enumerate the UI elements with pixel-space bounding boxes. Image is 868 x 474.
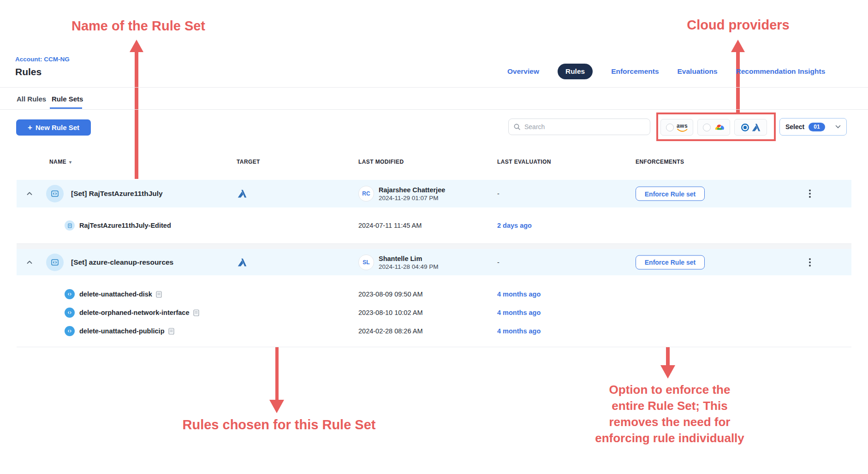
top-navigation: Overview Rules Enforcements Evaluations … bbox=[507, 64, 825, 79]
gcp-icon bbox=[713, 123, 725, 132]
document-icon[interactable] bbox=[168, 328, 174, 335]
rule-set-rules-list: delete-unattached-disk 2023-08-09 09:50 … bbox=[17, 275, 851, 347]
rule-set-name[interactable]: [Set] RajTestAzure11thJuly bbox=[71, 190, 163, 198]
modified-by-name: Shantelle Lim bbox=[379, 255, 422, 262]
search-icon bbox=[513, 123, 521, 130]
rule-set-name[interactable]: [Set] azure-cleanup-resources bbox=[71, 258, 173, 267]
tabs-divider bbox=[0, 109, 868, 110]
rule-row[interactable]: RajTestAzure11thJuly-Edited 2024-07-11 1… bbox=[17, 207, 851, 244]
modified-by-name: Rajarshee Chatterjee bbox=[379, 186, 445, 194]
sort-caret-icon: ▾ bbox=[69, 160, 71, 165]
rule-last-evaluation-link[interactable]: 4 months ago bbox=[497, 290, 541, 298]
rule-last-modified: 2023-08-09 09:50 AM bbox=[358, 290, 422, 298]
annotation-arrow-line-right bbox=[736, 51, 740, 113]
table-header-row: NAME ▾ TARGET LAST MODIFIED LAST EVALUAT… bbox=[17, 159, 851, 170]
annotation-cloud-providers: Cloud providers bbox=[675, 17, 802, 33]
avatar: RC bbox=[358, 186, 374, 201]
kebab-menu-icon[interactable] bbox=[807, 188, 813, 200]
modified-date: 2024-11-28 04:49 PM bbox=[379, 263, 439, 270]
rule-row[interactable]: delete-unattached-disk 2023-08-09 09:50 … bbox=[17, 285, 851, 303]
provider-toggle-gcp[interactable] bbox=[697, 119, 730, 136]
rule-doc-icon bbox=[65, 220, 75, 231]
plus-icon: + bbox=[28, 123, 32, 132]
account-breadcrumb[interactable]: Account: CCM-NG bbox=[15, 56, 70, 63]
rule-icon bbox=[65, 308, 75, 318]
search-input[interactable] bbox=[524, 123, 645, 130]
rule-set-row[interactable]: [Set] RajTestAzure11thJuly RC Rajarshee … bbox=[17, 180, 851, 207]
nav-evaluations[interactable]: Evaluations bbox=[678, 67, 718, 76]
tab-all-rules[interactable]: All Rules bbox=[17, 95, 46, 103]
gcp-radio[interactable] bbox=[703, 124, 711, 131]
aws-radio[interactable] bbox=[666, 124, 674, 131]
annotation-enforce-line-4: enforcing rule individually bbox=[587, 430, 753, 446]
nav-rules[interactable]: Rules bbox=[558, 64, 593, 79]
column-header-last-evaluation: LAST EVALUATION bbox=[497, 159, 551, 165]
annotation-arrow-down-enforce bbox=[660, 365, 675, 379]
screenshot-root: Name of the Rule Set Cloud providers Rul… bbox=[0, 0, 868, 474]
rule-last-evaluation-link[interactable]: 2 days ago bbox=[497, 222, 532, 229]
select-dropdown[interactable]: Select 01 bbox=[779, 118, 847, 136]
provider-toggle-aws[interactable]: aws bbox=[660, 119, 693, 136]
rule-set-row[interactable]: [Set] azure-cleanup-resources SL Shantel… bbox=[17, 249, 851, 275]
nav-overview[interactable]: Overview bbox=[507, 67, 539, 76]
last-evaluation-value: - bbox=[497, 190, 499, 197]
azure-target-icon bbox=[238, 189, 247, 198]
enforce-rule-set-button[interactable]: Enforce Rule set bbox=[636, 255, 705, 269]
group-gap bbox=[17, 244, 851, 249]
avatar: SL bbox=[358, 255, 374, 270]
aws-icon: aws bbox=[677, 123, 688, 132]
rule-name[interactable]: delete-orphaned-network-interface bbox=[79, 309, 199, 316]
kebab-menu-icon[interactable] bbox=[807, 256, 813, 268]
rule-name-label: delete-unattached-publicip bbox=[79, 327, 165, 335]
rule-row[interactable]: delete-unattached-publicip 2024-02-28 08… bbox=[17, 322, 851, 340]
rule-last-evaluation-link[interactable]: 4 months ago bbox=[497, 327, 541, 335]
select-label: Select bbox=[785, 123, 804, 130]
collapse-chevron-icon[interactable] bbox=[26, 190, 33, 197]
modified-date: 2024-11-29 01:07 PM bbox=[379, 195, 439, 201]
provider-toggle-azure[interactable] bbox=[734, 119, 767, 136]
name-header-label: NAME bbox=[49, 159, 66, 165]
enforce-rule-set-button[interactable]: Enforce Rule set bbox=[636, 187, 705, 201]
new-rule-set-button[interactable]: + New Rule Set bbox=[16, 119, 91, 136]
rule-last-evaluation-link[interactable]: 4 months ago bbox=[497, 309, 541, 316]
column-header-name[interactable]: NAME ▾ bbox=[49, 159, 71, 165]
search-input-wrapper bbox=[508, 118, 650, 135]
collapse-chevron-icon[interactable] bbox=[26, 259, 33, 266]
azure-icon bbox=[752, 123, 761, 132]
column-header-enforcements: ENFORCEMENTS bbox=[636, 159, 684, 165]
annotation-name-of-rule-set: Name of the Rule Set bbox=[51, 18, 226, 34]
select-count-badge: 01 bbox=[809, 123, 825, 131]
document-icon[interactable] bbox=[156, 291, 162, 298]
rule-last-modified: 2024-02-28 08:26 AM bbox=[358, 327, 422, 335]
column-header-target: TARGET bbox=[237, 159, 260, 165]
annotation-enforce-text: Option to enforce the entire Rule Set; T… bbox=[587, 382, 753, 446]
annotation-arrow-down-rules bbox=[269, 400, 284, 413]
rule-name-label: delete-unattached-disk bbox=[79, 290, 152, 298]
document-icon[interactable] bbox=[193, 309, 199, 316]
last-modified-cell: Shantelle Lim 2024-11-28 04:49 PM bbox=[379, 255, 439, 270]
rule-icon bbox=[65, 326, 75, 336]
nav-recommendation-insights[interactable]: Recommendation Insights bbox=[736, 67, 826, 76]
rule-name[interactable]: delete-unattached-publicip bbox=[79, 327, 174, 335]
rule-set-icon bbox=[46, 254, 64, 271]
annotation-enforce-line-2: entire Rule Set; This bbox=[587, 398, 753, 414]
rule-row[interactable]: delete-orphaned-network-interface 2023-0… bbox=[17, 303, 851, 322]
new-rule-set-label: New Rule Set bbox=[36, 124, 79, 131]
header-divider bbox=[0, 87, 868, 88]
rule-name[interactable]: delete-unattached-disk bbox=[79, 290, 162, 298]
azure-radio-checked[interactable] bbox=[741, 124, 749, 131]
annotation-enforce-line-1: Option to enforce the bbox=[587, 382, 753, 398]
annotation-enforce-line-3: removes the need for bbox=[587, 414, 753, 430]
rule-name-label: delete-orphaned-network-interface bbox=[79, 309, 190, 316]
rule-set-icon bbox=[46, 185, 64, 202]
chevron-down-icon bbox=[835, 125, 841, 129]
last-evaluation-value: - bbox=[497, 259, 499, 266]
tab-rule-sets[interactable]: Rule Sets bbox=[52, 95, 83, 103]
nav-enforcements[interactable]: Enforcements bbox=[611, 67, 659, 76]
last-modified-cell: Rajarshee Chatterjee 2024-11-29 01:07 PM bbox=[379, 186, 445, 201]
annotation-arrow-up-left bbox=[130, 40, 143, 52]
annotation-arrow-up-right bbox=[731, 40, 745, 52]
rule-name[interactable]: RajTestAzure11thJuly-Edited bbox=[79, 222, 171, 229]
active-tab-underline bbox=[50, 107, 82, 109]
rule-last-modified: 2024-07-11 11:45 AM bbox=[358, 222, 422, 229]
